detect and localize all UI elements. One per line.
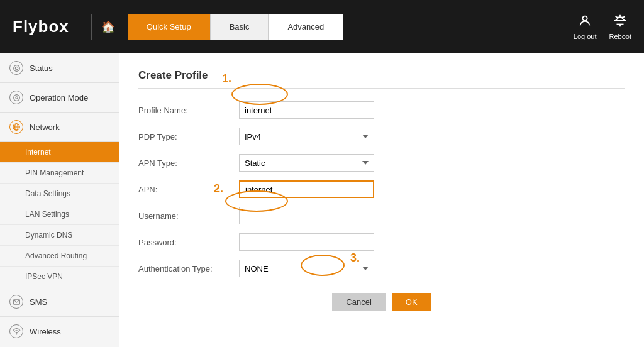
form-row-apn-type: APN Type: Static Dynamic — [138, 154, 625, 172]
form-row-pdp-type: PDP Type: IPv4 IPv6 IPv4v6 — [138, 128, 625, 145]
svg-point-3 — [15, 67, 18, 69]
create-profile-form: Profile Name: PDP Type: IPv4 IPv6 IPv4v6… — [138, 101, 625, 311]
header-divider — [91, 14, 92, 40]
pdp-type-select[interactable]: IPv4 IPv6 IPv4v6 — [239, 128, 374, 145]
ok-button[interactable]: OK — [392, 293, 431, 311]
reboot-icon — [613, 14, 627, 31]
tab-quick-setup[interactable]: Quick Setup — [128, 14, 210, 40]
status-icon — [9, 61, 23, 75]
form-row-password: Password: — [138, 233, 625, 251]
password-input[interactable] — [239, 233, 374, 251]
sidebar-item-label-network: Network — [30, 123, 60, 132]
sidebar-sub-item-data-settings[interactable]: Data Settings — [0, 184, 119, 204]
label-password: Password: — [138, 238, 239, 247]
form-buttons: Cancel OK — [138, 293, 625, 311]
svg-point-11 — [16, 333, 16, 334]
apn-input[interactable] — [239, 180, 374, 198]
svg-point-0 — [582, 16, 587, 20]
sidebar: Status Operation Mode Network Internet — [0, 53, 119, 347]
tab-advanced[interactable]: Advanced — [268, 14, 343, 40]
sidebar-item-label-sms: SMS — [30, 297, 47, 307]
cancel-button[interactable]: Cancel — [332, 293, 385, 311]
sidebar-item-label-operation-mode: Operation Mode — [30, 93, 88, 102]
auth-type-select[interactable]: NONE PAP CHAP PAP or CHAP — [239, 260, 374, 277]
reboot-button[interactable]: Reboot — [609, 14, 631, 40]
network-icon — [9, 120, 23, 134]
form-row-apn: APN: — [138, 180, 625, 198]
sidebar-item-wireless[interactable]: Wireless — [0, 317, 119, 346]
page-title: Create Profile — [138, 69, 625, 89]
profile-name-input[interactable] — [239, 101, 374, 119]
reboot-label: Reboot — [609, 33, 631, 40]
label-apn: APN: — [138, 185, 239, 194]
form-row-username: Username: — [138, 207, 625, 224]
logout-icon — [578, 14, 592, 31]
header-tabs: Quick Setup Basic Advanced — [128, 14, 343, 40]
sidebar-sub-item-lan-settings[interactable]: LAN Settings — [0, 204, 119, 225]
sidebar-item-label-wireless: Wireless — [30, 327, 61, 336]
home-icon[interactable]: 🏠 — [101, 20, 115, 34]
label-auth-type: Authentication Type: — [138, 264, 239, 273]
content-wrapper: Create Profile Profile Name: PDP Type: I… — [138, 69, 625, 311]
logo: Flybox — [13, 17, 82, 36]
form-row-profile-name: Profile Name: — [138, 101, 625, 119]
label-apn-type: APN Type: — [138, 158, 239, 168]
logout-button[interactable]: Log out — [574, 14, 597, 40]
sidebar-sub-item-ipsec-vpn[interactable]: IPSec VPN — [0, 267, 119, 287]
svg-point-5 — [13, 94, 19, 101]
label-pdp-type: PDP Type: — [138, 132, 239, 141]
sidebar-item-operation-mode[interactable]: Operation Mode — [0, 83, 119, 113]
operation-mode-icon — [9, 91, 23, 104]
header: Flybox 🏠 Quick Setup Basic Advanced Log … — [0, 0, 644, 53]
sidebar-sub-item-advanced-routing[interactable]: Advanced Routing — [0, 246, 119, 267]
label-username: Username: — [138, 211, 239, 221]
header-actions: Log out Reboot — [574, 14, 631, 40]
sidebar-item-status[interactable]: Status — [0, 53, 119, 83]
sidebar-sub-item-internet[interactable]: Internet — [0, 142, 119, 163]
sidebar-sub-item-pin-management[interactable]: PIN Management — [0, 163, 119, 184]
wireless-icon — [9, 324, 23, 338]
svg-point-4 — [13, 65, 19, 71]
content-area: Create Profile Profile Name: PDP Type: I… — [119, 53, 644, 347]
sidebar-item-sms[interactable]: SMS — [0, 287, 119, 317]
label-profile-name: Profile Name: — [138, 106, 239, 115]
form-row-auth-type: Authentication Type: NONE PAP CHAP PAP o… — [138, 260, 625, 277]
sidebar-sub-item-dynamic-dns[interactable]: Dynamic DNS — [0, 225, 119, 246]
main-layout: Status Operation Mode Network Internet — [0, 53, 644, 347]
svg-point-6 — [15, 96, 17, 98]
sms-icon — [9, 295, 23, 309]
tab-basic[interactable]: Basic — [210, 14, 269, 40]
username-input[interactable] — [239, 207, 374, 224]
logout-label: Log out — [574, 33, 597, 40]
sidebar-item-network[interactable]: Network — [0, 113, 119, 142]
apn-type-select[interactable]: Static Dynamic — [239, 154, 374, 172]
sidebar-item-label-status: Status — [30, 63, 53, 73]
